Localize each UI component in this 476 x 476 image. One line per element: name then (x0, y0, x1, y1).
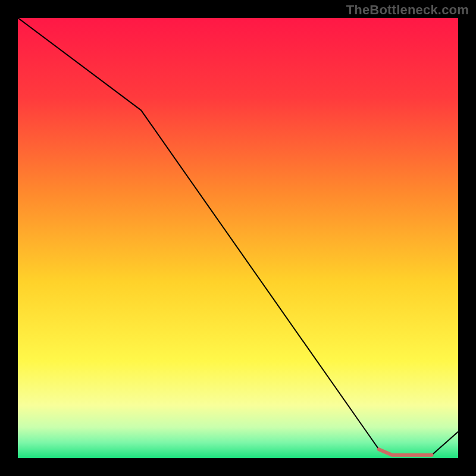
marker-band (379, 449, 432, 455)
watermark-text: TheBottleneck.com (346, 2, 469, 18)
plot-area (18, 18, 458, 458)
chart-lines (18, 18, 458, 458)
data-line (18, 18, 458, 455)
chart-frame: TheBottleneck.com (0, 0, 476, 476)
